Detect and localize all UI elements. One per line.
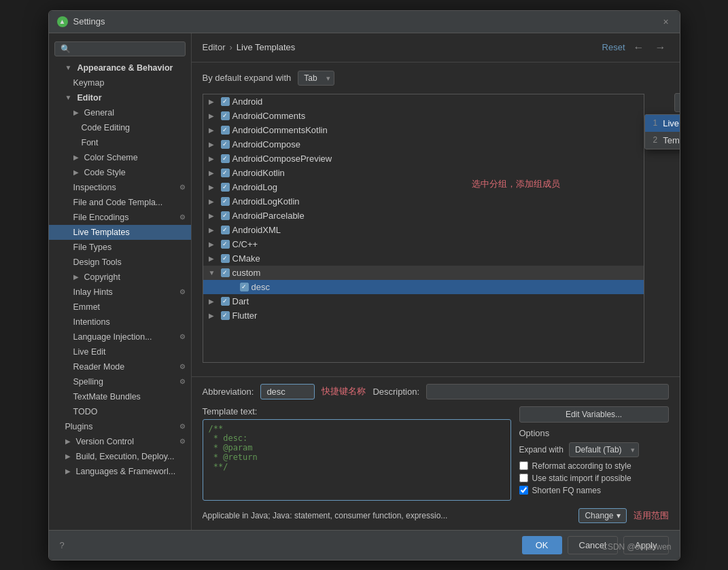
checkbox-androidcommentsKotlin[interactable]: ✓ (221, 126, 230, 135)
tree-item-desc[interactable]: ✓ desc (203, 280, 644, 294)
tree-item-androidcompose[interactable]: ▶ ✓ AndroidCompose (203, 137, 644, 152)
add-template-button[interactable]: + (674, 93, 680, 112)
tree-item-androidcomments[interactable]: ▶ ✓ AndroidComments (203, 109, 644, 123)
options-expand-with-row: Expand with Default (Tab) (519, 442, 669, 457)
sidebar-item-general[interactable]: ▶ General (49, 105, 191, 120)
close-button[interactable]: × (661, 16, 672, 27)
badge-icon: ⚙ (179, 438, 186, 445)
badge-icon: ⚙ (179, 213, 186, 221)
expand-with-row: By default expand with Tab (203, 71, 669, 86)
sidebar-item-languages-frameworks[interactable]: ▶ Languages & Frameworl... (49, 464, 191, 479)
template-textarea[interactable]: /** * desc: * @param * @return **/ (203, 419, 511, 501)
checkbox-flutter[interactable]: ✓ (221, 311, 230, 320)
sidebar-item-keymap[interactable]: Keymap (49, 75, 191, 90)
tree-item-dart[interactable]: ▶ ✓ Dart (203, 294, 644, 308)
options-expand-select[interactable]: Default (Tab) (569, 442, 639, 457)
tree-item-androidkotlin[interactable]: ▶ ✓ AndroidKotlin (203, 166, 644, 180)
help-button[interactable]: ? (60, 540, 65, 550)
sidebar-item-code-style[interactable]: ▶ Code Style (49, 165, 191, 180)
chevron-icon: ▶ (65, 467, 71, 475)
tree-item-cpp[interactable]: ▶ ✓ C/C++ (203, 237, 644, 251)
tree-item-androidlogkotlin[interactable]: ▶ ✓ AndroidLogKotlin (203, 194, 644, 209)
description-input[interactable] (426, 384, 668, 399)
checkbox-android[interactable]: ✓ (221, 97, 230, 106)
checkbox-androidkotlin[interactable]: ✓ (221, 168, 230, 177)
dialog-body: ▼ Appearance & Behavior Keymap ▼ Editor … (49, 33, 680, 530)
sidebar-item-editor[interactable]: ▼ Editor (49, 90, 191, 105)
tree-item-androidparcelable[interactable]: ▶ ✓ AndroidParcelable (203, 209, 644, 223)
sidebar-item-live-edit[interactable]: Live Edit (49, 344, 191, 359)
expand-with-select[interactable]: Tab (298, 71, 334, 86)
sidebar-item-inspections[interactable]: Inspections ⚙ (49, 180, 191, 195)
sidebar-item-file-templates[interactable]: File and Code Templa... (49, 195, 191, 210)
tree-panel[interactable]: ▶ ✓ Android ▶ ✓ AndroidComments ▶ ✓ (203, 94, 644, 363)
sidebar-item-language-injections[interactable]: Language Injection... ⚙ (49, 329, 191, 344)
menu-num-1: 1 (653, 118, 658, 128)
sidebar-item-inlay-hints[interactable]: Inlay Hints ⚙ (49, 285, 191, 300)
checkbox-androidparcelable[interactable]: ✓ (221, 211, 230, 220)
static-import-checkbox[interactable] (519, 474, 528, 482)
sidebar-search-container (49, 37, 191, 60)
checkbox-custom[interactable]: ✓ (221, 268, 230, 277)
badge-icon: ⚙ (179, 288, 186, 296)
shorten-fq-row: Shorten FQ names (519, 486, 669, 495)
checkbox-androidxml[interactable]: ✓ (221, 226, 230, 234)
checkbox-dart[interactable]: ✓ (221, 297, 230, 306)
sidebar-item-file-types[interactable]: File Types (49, 240, 191, 255)
sidebar-item-spelling[interactable]: Spelling ⚙ (49, 374, 191, 389)
options-expand-with-label: Expand with (519, 445, 564, 455)
edit-variables-button[interactable]: Edit Variables... (519, 406, 669, 423)
checkbox-androidlog[interactable]: ✓ (221, 183, 230, 192)
checkbox-desc[interactable]: ✓ (240, 283, 249, 291)
tree-item-android[interactable]: ▶ ✓ Android (203, 94, 644, 109)
sidebar-item-plugins[interactable]: Plugins ⚙ (49, 419, 191, 434)
sidebar-item-build-execution[interactable]: ▶ Build, Execution, Deploy... (49, 449, 191, 464)
checkbox-cpp[interactable]: ✓ (221, 240, 230, 249)
abbreviation-input[interactable] (260, 384, 315, 399)
tree-item-cmake[interactable]: ▶ ✓ CMake (203, 251, 644, 266)
forward-button[interactable]: → (653, 40, 669, 55)
tree-item-androidcommentsKotlin[interactable]: ▶ ✓ AndroidCommentsKotlin (203, 123, 644, 137)
expand-with-select-wrapper: Tab (298, 71, 334, 86)
sidebar-item-color-scheme[interactable]: ▶ Color Scheme (49, 150, 191, 165)
ok-button[interactable]: OK (522, 536, 562, 554)
checkbox-androidcomposepreview[interactable]: ✓ (221, 154, 230, 163)
breadcrumb-actions: Reset ← → (602, 40, 669, 55)
sidebar-item-code-editing[interactable]: Code Editing (49, 120, 191, 135)
edit-panel: Abbreviation: 快捷键名称 Description: Templat… (192, 376, 680, 530)
sidebar-item-design-tools[interactable]: Design Tools (49, 255, 191, 270)
sidebar-search-input[interactable] (54, 41, 186, 56)
reset-button[interactable]: Reset (602, 42, 625, 52)
content-area: By default expand with Tab ▶ ✓ (192, 63, 680, 376)
sidebar-item-intentions[interactable]: Intentions (49, 315, 191, 329)
sidebar-item-reader-mode[interactable]: Reader Mode ⚙ (49, 359, 191, 374)
reformat-checkbox[interactable] (519, 461, 528, 470)
tree-item-custom[interactable]: ▼ ✓ custom (203, 266, 644, 280)
sidebar-item-textmate-bundles[interactable]: TextMate Bundles (49, 389, 191, 404)
checkbox-cmake[interactable]: ✓ (221, 254, 230, 263)
tree-item-androidxml[interactable]: ▶ ✓ AndroidXML (203, 223, 644, 237)
sidebar-item-emmet[interactable]: Emmet (49, 300, 191, 315)
chevron-icon: ▶ (65, 438, 71, 445)
change-button[interactable]: Change ▾ (578, 508, 626, 523)
menu-num-2: 2 (653, 135, 658, 145)
add-template-group-item[interactable]: 2 Template Group... (645, 132, 680, 149)
tree-item-androidcomposepreview[interactable]: ▶ ✓ AndroidComposePreview (203, 152, 644, 166)
sidebar-item-copyright[interactable]: ▶ Copyright (49, 270, 191, 285)
add-live-template-item[interactable]: 1 Live Template (645, 115, 680, 132)
sidebar-item-version-control[interactable]: ▶ Version Control ⚙ (49, 434, 191, 449)
sidebar-item-live-templates[interactable]: Live Templates (49, 225, 191, 240)
shorten-fq-checkbox[interactable] (519, 486, 528, 495)
sidebar-item-font[interactable]: Font (49, 135, 191, 150)
sidebar-item-todo[interactable]: TODO (49, 404, 191, 419)
tree-item-androidlog[interactable]: ▶ ✓ AndroidLog (203, 180, 644, 194)
sidebar-item-appearance[interactable]: ▼ Appearance & Behavior (49, 60, 191, 75)
app-icon: ▲ (57, 16, 68, 27)
back-button[interactable]: ← (631, 40, 647, 55)
tree-panel-wrapper: ▶ ✓ Android ▶ ✓ AndroidComments ▶ ✓ (203, 94, 669, 368)
checkbox-androidcompose[interactable]: ✓ (221, 140, 230, 149)
checkbox-androidlogkotlin[interactable]: ✓ (221, 197, 230, 206)
sidebar-item-file-encodings[interactable]: File Encodings ⚙ (49, 210, 191, 225)
checkbox-androidcomments[interactable]: ✓ (221, 111, 230, 120)
tree-item-flutter[interactable]: ▶ ✓ Flutter (203, 308, 644, 323)
